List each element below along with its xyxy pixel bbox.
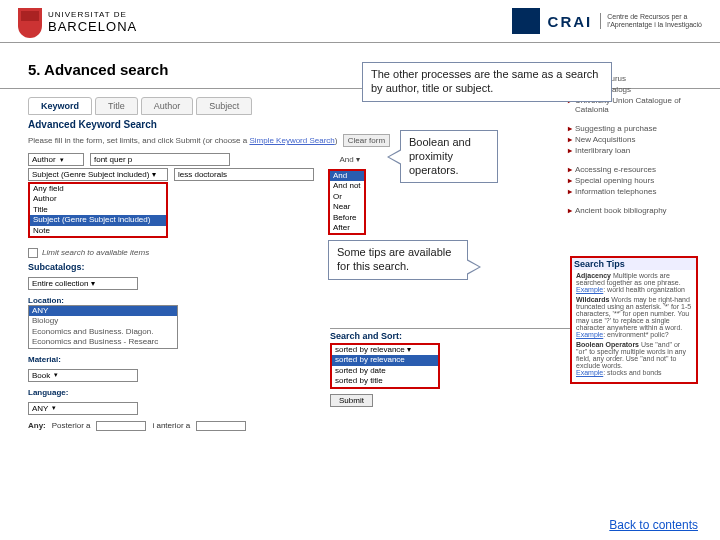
rlink[interactable]: Accessing e-resources xyxy=(575,165,656,174)
limit-checkbox[interactable] xyxy=(28,248,38,258)
location-item[interactable]: Biology xyxy=(29,316,177,326)
subcatalogs-select[interactable]: Entire collection ▾ xyxy=(28,277,138,290)
instruct-prefix: Please fill in the form, set limits, and… xyxy=(28,136,249,145)
term-input-2[interactable]: less doctorals xyxy=(174,168,314,181)
term-input-1[interactable]: font quer p xyxy=(90,153,230,166)
dd2-item[interactable]: Near xyxy=(330,202,364,212)
year-before-label: i anterior a xyxy=(152,421,190,430)
crai-icon xyxy=(512,8,540,34)
tab-title[interactable]: Title xyxy=(95,97,138,115)
clear-form-button[interactable]: Clear form xyxy=(343,134,390,147)
location-item[interactable]: ANY xyxy=(29,306,177,316)
location-listbox[interactable]: ANY Biology Economics and Business. Diag… xyxy=(28,305,178,349)
crai-acronym: CRAI xyxy=(548,13,593,30)
sort-item-selected[interactable]: sorted by relevance xyxy=(332,355,438,365)
chevron-down-icon: ▾ xyxy=(60,156,64,164)
rlink[interactable]: Ancient book bibliography xyxy=(575,206,667,215)
simple-search-link[interactable]: Simple Keyword Search xyxy=(249,136,334,145)
field-select-2[interactable]: Subject (Genre Subject included) ▾ xyxy=(28,168,168,181)
shield-icon xyxy=(18,8,42,38)
rlink[interactable]: Interlibrary loan xyxy=(575,146,630,155)
location-item[interactable]: Economics and Business. Diagon. xyxy=(29,327,177,337)
sort-item[interactable]: sorted by title xyxy=(332,376,438,386)
year-after-input[interactable] xyxy=(96,421,146,431)
sort-dropdown-open[interactable]: sorted by relevance ▾ sorted by relevanc… xyxy=(330,343,440,389)
year-before-input[interactable] xyxy=(196,421,246,431)
tab-subject[interactable]: Subject xyxy=(196,97,252,115)
dd2-item-selected[interactable]: And xyxy=(330,171,364,181)
language-select[interactable]: ANY▾ xyxy=(28,402,138,415)
rlink[interactable]: Suggesting a purchase xyxy=(575,124,657,133)
tab-keyword[interactable]: Keyword xyxy=(28,97,92,115)
tab-author[interactable]: Author xyxy=(141,97,194,115)
field-select-1[interactable]: Author▾ xyxy=(28,153,84,166)
bool-label-1: And ▾ xyxy=(340,155,360,164)
rlink[interactable]: Information telephones xyxy=(575,187,656,196)
crai-sub2: l'Aprenentatge i la Investigació xyxy=(607,21,702,29)
limit-label: Limit search to available items xyxy=(42,248,149,257)
boolean-dropdown-open[interactable]: And And not Or Near Before After xyxy=(328,169,366,235)
dd1-item[interactable]: Author xyxy=(30,194,166,204)
dd1-item[interactable]: Title xyxy=(30,205,166,215)
callout-tips: Some tips are available for this search. xyxy=(328,240,468,280)
tips-title: Search Tips xyxy=(572,258,696,270)
dd2-item[interactable]: And not xyxy=(330,181,364,191)
logo-crai: CRAI Centre de Recursos per a l'Aprenent… xyxy=(512,8,702,34)
tip-row: Wildcards Words may be right-hand trunca… xyxy=(576,296,692,338)
callout-boolean: Boolean and proximity operators. xyxy=(400,130,498,183)
search-tips-box: Search Tips Adjacency Multiple words are… xyxy=(570,256,698,384)
dd1-item-selected[interactable]: Subject (Genre Subject included) xyxy=(30,215,166,225)
dd2-item[interactable]: Or xyxy=(330,192,364,202)
material-select[interactable]: Book▾ xyxy=(28,369,138,382)
sort-section: Search and Sort: sorted by relevance ▾ s… xyxy=(330,328,588,407)
dd2-item[interactable]: Before xyxy=(330,213,364,223)
crai-sub1: Centre de Recursos per a xyxy=(607,13,702,21)
year-label: Any: xyxy=(28,421,46,430)
page-header: UNIVERSITAT DE BARCELONA CRAI Centre de … xyxy=(0,0,720,43)
logo-ub-line2: BARCELONA xyxy=(48,20,137,34)
dd1-item[interactable]: Note xyxy=(30,226,166,236)
sort-item[interactable]: sorted by relevance ▾ xyxy=(332,345,438,355)
field-dropdown-open[interactable]: Any field Author Title Subject (Genre Su… xyxy=(28,182,168,238)
logo-ub: UNIVERSITAT DE BARCELONA xyxy=(18,8,137,38)
tip-row: Boolean Operators Use "and" or "or" to s… xyxy=(576,341,692,376)
dd2-item[interactable]: After xyxy=(330,223,364,233)
submit-button[interactable]: Submit xyxy=(330,394,373,407)
sort-title: Search and Sort: xyxy=(330,328,588,341)
year-after-label: Posterior a xyxy=(52,421,91,430)
back-to-contents-link[interactable]: Back to contents xyxy=(609,518,698,532)
rlink[interactable]: New Acquisitions xyxy=(575,135,635,144)
instruct-suffix: ) xyxy=(335,136,338,145)
tip-row: Adjacency Multiple words are searched to… xyxy=(576,272,692,293)
sort-item[interactable]: sorted by date xyxy=(332,366,438,376)
rlink[interactable]: Special opening hours xyxy=(575,176,654,185)
dd1-item[interactable]: Any field xyxy=(30,184,166,194)
location-item[interactable]: Economics and Business - Researc xyxy=(29,337,177,347)
callout-processes: The other processes are the same as a se… xyxy=(362,62,612,102)
year-row: Any: Posterior a i anterior a xyxy=(28,421,720,431)
